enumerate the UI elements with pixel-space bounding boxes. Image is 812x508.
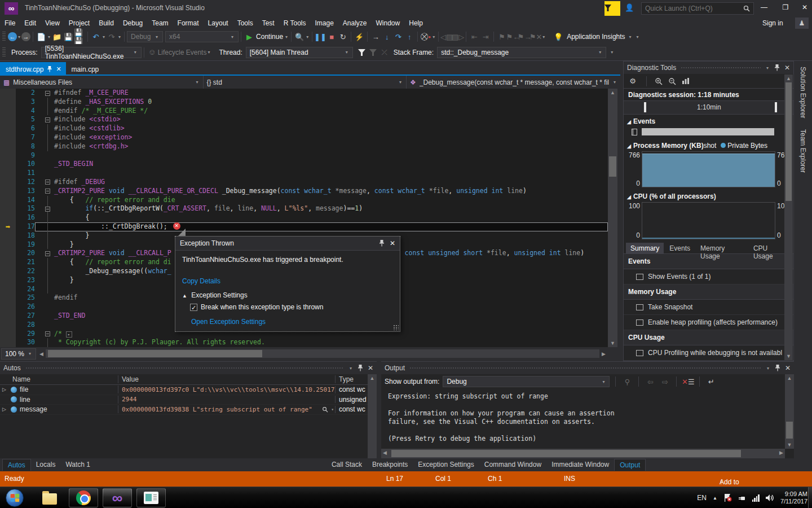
code-line-8[interactable]: 8#include <crtdbg.h> [0, 142, 608, 151]
break-checkbox[interactable]: ✓ [190, 304, 197, 311]
cpu-chart[interactable] [642, 202, 775, 239]
menu-help[interactable]: Help [404, 18, 427, 28]
summary-item[interactable]: Enable heap profiling (affects performan… [624, 315, 793, 330]
previous-message-icon[interactable]: ⇦ [645, 376, 656, 387]
breadcrumb-project[interactable]: ▩ Miscellaneous Files▾ [0, 76, 204, 89]
navigate-forward-code-icon[interactable]: ▤▷ [452, 31, 464, 42]
menu-tools[interactable]: Tools [233, 18, 258, 28]
menu-team[interactable]: Team [147, 18, 173, 28]
code-line-7[interactable]: 7#include <exception> [0, 133, 608, 142]
sign-in-link[interactable]: Sign in [762, 19, 783, 27]
fold-margin[interactable] [35, 151, 54, 160]
fold-margin[interactable] [35, 142, 54, 151]
fold-margin[interactable] [35, 276, 54, 285]
editor-tab-stdthrow.cpp[interactable]: stdthrow.cpp✕ [0, 62, 66, 75]
hscroll-right-arrow[interactable]: ▶ [602, 351, 606, 357]
breakpoint-margin[interactable] [0, 285, 16, 294]
close-button[interactable]: ✕ [796, 0, 812, 15]
process-combo[interactable]: [5536] TinhToanNhieuChuSo.exe▾ [41, 47, 142, 58]
fold-margin[interactable] [35, 240, 54, 249]
action-center-flag-icon[interactable] [723, 494, 732, 502]
fold-margin[interactable] [35, 196, 54, 205]
bottom-tab-command-window[interactable]: Command Window [479, 459, 546, 471]
continue-icon[interactable]: ▶ [244, 31, 255, 42]
fold-collapse-icon[interactable] [45, 331, 50, 336]
find-message-icon[interactable]: ⚲ [621, 376, 633, 387]
menu-image[interactable]: Image [310, 18, 338, 28]
fold-margin[interactable] [35, 115, 54, 124]
bottom-tab-watch-1[interactable]: Watch 1 [60, 459, 95, 471]
step-over-icon[interactable]: ↷ [392, 31, 404, 42]
fold-margin[interactable] [35, 124, 54, 133]
taskbar-clock[interactable]: 9:09 AM7/11/2017 [780, 491, 807, 505]
new-file-icon[interactable]: 📄 [36, 31, 47, 42]
breakpoint-margin[interactable] [0, 107, 16, 116]
bottom-tab-call-stack[interactable]: Call Stack [326, 459, 367, 471]
fold-margin[interactable] [35, 222, 54, 231]
fold-margin[interactable] [35, 187, 54, 196]
fold-margin[interactable] [35, 98, 54, 107]
code-line-10[interactable]: 10_STD_BEGIN [0, 160, 608, 169]
code-line-16[interactable]: 16 { [0, 213, 608, 222]
close-icon[interactable]: ✕ [390, 239, 395, 247]
quick-launch-box[interactable] [641, 2, 754, 15]
fold-margin[interactable] [35, 249, 54, 258]
breakpoint-margin[interactable] [0, 98, 16, 107]
breakpoint-margin[interactable] [0, 204, 16, 213]
hscrollbar-thumb[interactable] [48, 350, 262, 357]
breakpoint-margin[interactable] [0, 178, 16, 187]
settings-gear-icon[interactable]: ⚙ [627, 76, 638, 87]
menu-edit[interactable]: Edit [20, 18, 41, 28]
diagnostic-tools-titlebar[interactable]: Diagnostic Tools ▾ ✕ [624, 62, 793, 74]
breakpoint-margin[interactable] [0, 240, 16, 249]
menu-r-tools[interactable]: R Tools [279, 18, 311, 28]
copy-details-link[interactable]: Copy Details [182, 277, 393, 285]
debugbar-overflow-icon[interactable]: ▾ [611, 50, 613, 55]
fold-margin[interactable] [35, 169, 54, 178]
window-position-dropdown-icon[interactable]: ▾ [766, 65, 769, 71]
fold-margin[interactable] [35, 330, 54, 339]
taskbar-chrome-button[interactable] [69, 488, 98, 507]
output-source-combo[interactable]: Debug▾ [443, 376, 610, 387]
breakpoint-margin[interactable] [0, 142, 16, 151]
show-next-statement-icon[interactable]: → [370, 31, 381, 42]
code-line-9[interactable]: 9 [0, 151, 608, 160]
close-icon[interactable]: ✕ [368, 364, 373, 372]
exception-settings-header[interactable]: ▲ Exception Settings [182, 291, 393, 299]
fold-margin[interactable] [35, 178, 54, 187]
step-into-icon[interactable]: ↓ [381, 31, 392, 42]
find-in-files-icon[interactable]: 🔍 [294, 31, 305, 42]
restart-icon[interactable]: ↻ [337, 31, 348, 42]
fold-margin[interactable] [35, 312, 54, 321]
app-insights-dropdown-icon[interactable]: ▾ [629, 34, 632, 40]
autos-row-line[interactable]: line2944unsigned [0, 395, 368, 405]
step-out-icon[interactable]: ↑ [404, 31, 415, 42]
autos-titlebar[interactable]: Autos ▾ ✕ [0, 362, 377, 374]
continue-button[interactable]: Continue [256, 33, 283, 41]
close-icon[interactable]: ✕ [56, 65, 61, 73]
fold-margin[interactable] [35, 267, 54, 276]
breakpoint-margin[interactable] [0, 196, 16, 205]
stack-frame-combo[interactable]: std::_Debug_message▾ [437, 47, 606, 58]
fold-margin[interactable] [35, 231, 54, 240]
breakpoint-margin[interactable] [0, 312, 16, 321]
breakpoint-margin[interactable] [0, 231, 16, 240]
lifecycle-dropdown-icon[interactable]: ▾ [208, 50, 210, 55]
new-file-dropdown-icon[interactable]: ▾ [48, 34, 50, 40]
continue-dropdown-icon[interactable]: ▾ [285, 34, 288, 40]
output-horizontal-scrollbar[interactable]: ◀ ▶ [381, 449, 785, 458]
next-message-icon[interactable]: ⇨ [659, 376, 670, 387]
diag-tab-summary[interactable]: Summary [626, 243, 664, 253]
network-signal-icon[interactable] [752, 494, 760, 502]
toolbar-grip[interactable] [2, 32, 6, 42]
fold-collapse-icon[interactable] [45, 207, 50, 212]
bottom-tab-breakpoints[interactable]: Breakpoints [367, 459, 413, 471]
thread-filter-icon[interactable] [356, 47, 368, 58]
bottom-tab-autos[interactable]: Autos [2, 459, 31, 471]
window-position-dropdown-icon[interactable]: ▾ [350, 366, 352, 371]
fold-margin[interactable] [35, 89, 54, 98]
fold-margin[interactable] [35, 204, 54, 213]
diagnostics-timeline[interactable]: 1:10min [624, 101, 793, 115]
menu-build[interactable]: Build [94, 18, 118, 28]
lifecycle-events-label[interactable]: Lifecycle Events [158, 49, 207, 56]
